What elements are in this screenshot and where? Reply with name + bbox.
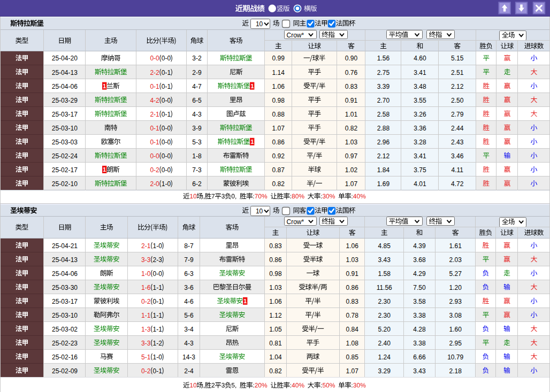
svg-text:0-0: 0-0 — [162, 97, 171, 104]
svg-text:25-03-29: 25-03-29 — [52, 97, 78, 104]
svg-text:0-1: 0-1 — [150, 139, 159, 146]
svg-text:3.46: 3.46 — [451, 152, 464, 160]
svg-text:0.87: 0.87 — [272, 166, 285, 174]
svg-text:3.55: 3.55 — [414, 97, 426, 104]
svg-text:6-3: 6-3 — [184, 270, 194, 278]
svg-text:1.04: 1.04 — [269, 353, 282, 361]
svg-text:2.75: 2.75 — [377, 69, 390, 76]
svg-text:25-02-17: 25-02-17 — [52, 166, 78, 174]
svg-text:1.03: 1.03 — [345, 139, 358, 146]
svg-text:3-2: 3-2 — [192, 55, 202, 62]
svg-text:1.05: 1.05 — [269, 326, 282, 333]
svg-text:1.06: 1.06 — [346, 242, 359, 250]
svg-text:2.03: 2.03 — [449, 256, 462, 264]
svg-text:0.98: 0.98 — [269, 270, 282, 278]
svg-text:25-04-06: 25-04-06 — [52, 270, 78, 278]
svg-text:2.95: 2.95 — [449, 340, 462, 347]
svg-text:2.79: 2.79 — [451, 111, 464, 118]
svg-text:0.83: 0.83 — [346, 298, 359, 305]
svg-text:4.29: 4.29 — [413, 270, 426, 278]
svg-text:25-02-24: 25-02-24 — [52, 152, 78, 160]
svg-text:3.58: 3.58 — [413, 298, 426, 305]
svg-text:1-0: 1-0 — [153, 242, 163, 250]
svg-text:25-04-06: 25-04-06 — [52, 83, 78, 90]
svg-text:0-1: 0-1 — [150, 83, 159, 90]
svg-text:3.28: 3.28 — [414, 139, 426, 146]
svg-text:4.28: 4.28 — [413, 326, 426, 333]
svg-text:1.07: 1.07 — [272, 125, 285, 132]
svg-text:4.85: 4.85 — [378, 242, 391, 250]
svg-text:1-0: 1-0 — [153, 353, 163, 361]
svg-text:2.44: 2.44 — [451, 125, 464, 132]
svg-text:3.36: 3.36 — [414, 125, 426, 132]
svg-text:4.60: 4.60 — [414, 55, 426, 62]
svg-text:25-02-23: 25-02-23 — [52, 340, 78, 347]
svg-text:2-0: 2-0 — [150, 180, 159, 188]
svg-text:1-1: 1-1 — [153, 326, 163, 333]
svg-text:2.12: 2.12 — [377, 152, 390, 160]
svg-text:25-04-21: 25-04-21 — [52, 242, 78, 250]
svg-text:1: 1 — [103, 166, 106, 173]
svg-text:0.76: 0.76 — [345, 69, 358, 76]
svg-text:2-9: 2-9 — [192, 69, 202, 76]
svg-text:0.86: 0.86 — [269, 256, 282, 264]
svg-text:0-1: 0-1 — [153, 298, 163, 305]
svg-text:0.81: 0.81 — [269, 340, 282, 347]
svg-text:0.82: 0.82 — [345, 125, 358, 132]
svg-text:25-02-10: 25-02-10 — [52, 180, 78, 188]
svg-text:6-2: 6-2 — [192, 180, 202, 188]
svg-text:1.03: 1.03 — [346, 256, 359, 264]
svg-text:1.06: 1.06 — [269, 298, 282, 305]
svg-text:2-1: 2-1 — [141, 242, 151, 250]
svg-text:0.84: 0.84 — [346, 326, 359, 333]
svg-text:0.91: 0.91 — [345, 97, 358, 104]
svg-text:7-9: 7-9 — [184, 256, 194, 264]
svg-text:5.27: 5.27 — [449, 270, 462, 278]
svg-text:4-3: 4-3 — [184, 340, 194, 347]
svg-text:0-0: 0-0 — [162, 152, 171, 160]
svg-text:2-3: 2-3 — [153, 256, 163, 264]
svg-text:Crow*: Crow* — [287, 218, 304, 226]
svg-text:0.98: 0.98 — [272, 97, 285, 104]
svg-text:0-1: 0-1 — [162, 83, 171, 90]
svg-text:25-04-13: 25-04-13 — [52, 69, 78, 76]
svg-text:8-7: 8-7 — [184, 242, 194, 250]
svg-text:25-03-03: 25-03-03 — [52, 139, 78, 146]
svg-text:0-0: 0-0 — [162, 166, 171, 174]
svg-text:2.43: 2.43 — [451, 139, 464, 146]
svg-text:3.41: 3.41 — [414, 152, 426, 160]
svg-text:6.66: 6.66 — [413, 353, 426, 361]
svg-text:4-7: 4-7 — [192, 83, 202, 90]
svg-text:0.92: 0.92 — [272, 152, 285, 160]
svg-text:11.56: 11.56 — [377, 284, 392, 291]
svg-text:3.75: 3.75 — [414, 166, 426, 174]
svg-text:2.30: 2.30 — [378, 312, 391, 319]
svg-text:10: 10 — [256, 207, 263, 215]
svg-text:25-04-20: 25-04-20 — [52, 55, 78, 62]
svg-text:0.86: 0.86 — [272, 139, 285, 146]
svg-text:1.20: 1.20 — [449, 284, 462, 291]
svg-text:1.84: 1.84 — [377, 166, 390, 174]
svg-text:1-8: 1-8 — [192, 152, 202, 160]
svg-text:3-4: 3-4 — [184, 326, 194, 333]
svg-text:10.79: 10.79 — [447, 353, 463, 361]
svg-text:25-02-16: 25-02-16 — [52, 353, 78, 361]
svg-text:2.18: 2.18 — [449, 367, 462, 375]
svg-text:4.11: 4.11 — [452, 166, 464, 174]
svg-text:3.39: 3.39 — [377, 83, 390, 90]
svg-text:1.60: 1.60 — [449, 326, 462, 333]
svg-text:7-3: 7-3 — [192, 166, 202, 174]
svg-text:1.61: 1.61 — [449, 242, 462, 250]
svg-text:3.26: 3.26 — [414, 111, 426, 118]
svg-text:2.88: 2.88 — [377, 125, 390, 132]
svg-text:2-4: 2-4 — [184, 367, 194, 375]
svg-text:1-2: 1-2 — [153, 340, 163, 347]
svg-text:25-02-09: 25-02-09 — [52, 367, 78, 375]
svg-text:0.86: 0.86 — [346, 284, 359, 291]
svg-text:1.07: 1.07 — [346, 367, 359, 375]
svg-text:0-2: 0-2 — [141, 367, 151, 375]
svg-text:1-0: 1-0 — [162, 180, 171, 188]
svg-text:3.43: 3.43 — [378, 256, 391, 264]
svg-text:7.50: 7.50 — [413, 284, 426, 291]
svg-text:3.48: 3.48 — [414, 83, 426, 90]
